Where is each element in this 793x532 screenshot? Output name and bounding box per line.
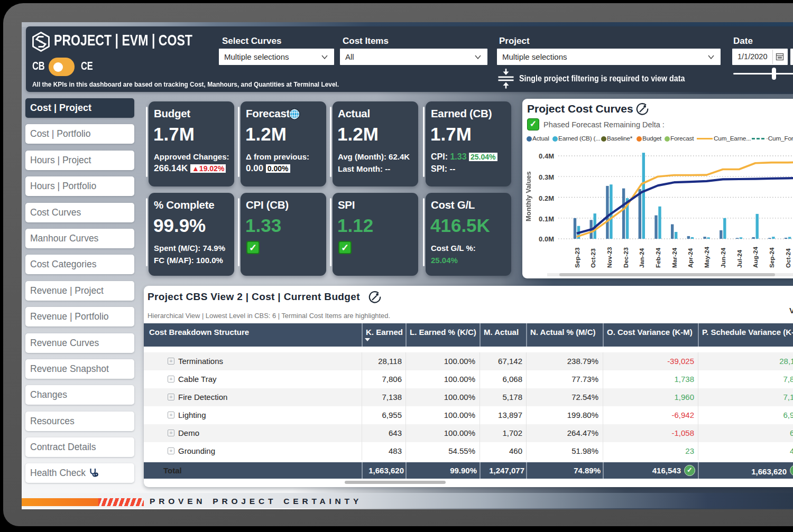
svg-text:Mar-24: Mar-24 bbox=[671, 248, 678, 268]
svg-text:Apr-24: Apr-24 bbox=[687, 248, 694, 268]
svg-text:Oct-23: Oct-23 bbox=[589, 248, 597, 268]
svg-text:Sep-23: Sep-23 bbox=[574, 247, 581, 268]
svg-text:Jan-24: Jan-24 bbox=[638, 248, 646, 268]
svg-text:Jun-24: Jun-24 bbox=[720, 248, 727, 268]
svg-text:Dec-23: Dec-23 bbox=[622, 247, 630, 268]
svg-text:Oct-24: Oct-24 bbox=[785, 248, 792, 268]
svg-text:Sep-24: Sep-24 bbox=[768, 247, 776, 268]
svg-text:Jul-24: Jul-24 bbox=[736, 249, 743, 268]
svg-text:Aug-24: Aug-24 bbox=[752, 247, 759, 268]
svg-text:Nov-23: Nov-23 bbox=[606, 247, 613, 268]
svg-text:May-24: May-24 bbox=[703, 247, 711, 268]
svg-text:Feb-24: Feb-24 bbox=[654, 248, 662, 268]
